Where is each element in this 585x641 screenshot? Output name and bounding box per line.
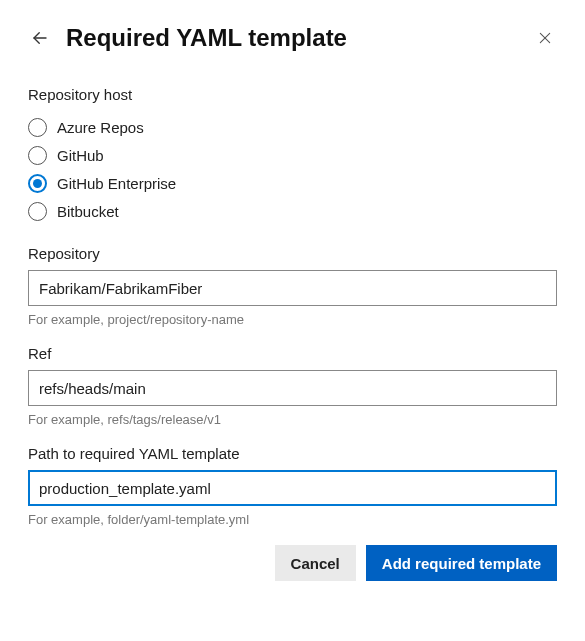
repository-host-group: Azure Repos GitHub GitHub Enterprise Bit… bbox=[28, 113, 557, 225]
radio-icon bbox=[28, 202, 47, 221]
ref-field: Ref For example, refs/tags/release/v1 bbox=[28, 345, 557, 427]
arrow-left-icon bbox=[31, 29, 49, 47]
repository-input[interactable] bbox=[28, 270, 557, 306]
radio-github[interactable]: GitHub bbox=[28, 141, 557, 169]
path-help: For example, folder/yaml-template.yml bbox=[28, 512, 557, 527]
radio-icon-selected bbox=[28, 174, 47, 193]
path-field: Path to required YAML template For examp… bbox=[28, 445, 557, 527]
repository-field: Repository For example, project/reposito… bbox=[28, 245, 557, 327]
dialog-footer: Cancel Add required template bbox=[28, 545, 557, 581]
ref-help: For example, refs/tags/release/v1 bbox=[28, 412, 557, 427]
path-label: Path to required YAML template bbox=[28, 445, 557, 462]
dialog-title: Required YAML template bbox=[66, 24, 519, 52]
ref-input[interactable] bbox=[28, 370, 557, 406]
radio-label: GitHub Enterprise bbox=[57, 175, 176, 192]
dialog-header: Required YAML template bbox=[28, 24, 557, 52]
path-input[interactable] bbox=[28, 470, 557, 506]
radio-label: GitHub bbox=[57, 147, 104, 164]
repository-help: For example, project/repository-name bbox=[28, 312, 557, 327]
radio-label: Azure Repos bbox=[57, 119, 144, 136]
repository-host-label: Repository host bbox=[28, 86, 557, 103]
cancel-button[interactable]: Cancel bbox=[275, 545, 356, 581]
repository-label: Repository bbox=[28, 245, 557, 262]
back-button[interactable] bbox=[28, 26, 52, 50]
radio-github-enterprise[interactable]: GitHub Enterprise bbox=[28, 169, 557, 197]
ref-label: Ref bbox=[28, 345, 557, 362]
radio-azure-repos[interactable]: Azure Repos bbox=[28, 113, 557, 141]
close-icon bbox=[537, 30, 553, 46]
close-button[interactable] bbox=[533, 26, 557, 50]
add-template-button[interactable]: Add required template bbox=[366, 545, 557, 581]
radio-bitbucket[interactable]: Bitbucket bbox=[28, 197, 557, 225]
radio-icon bbox=[28, 118, 47, 137]
radio-icon bbox=[28, 146, 47, 165]
radio-label: Bitbucket bbox=[57, 203, 119, 220]
